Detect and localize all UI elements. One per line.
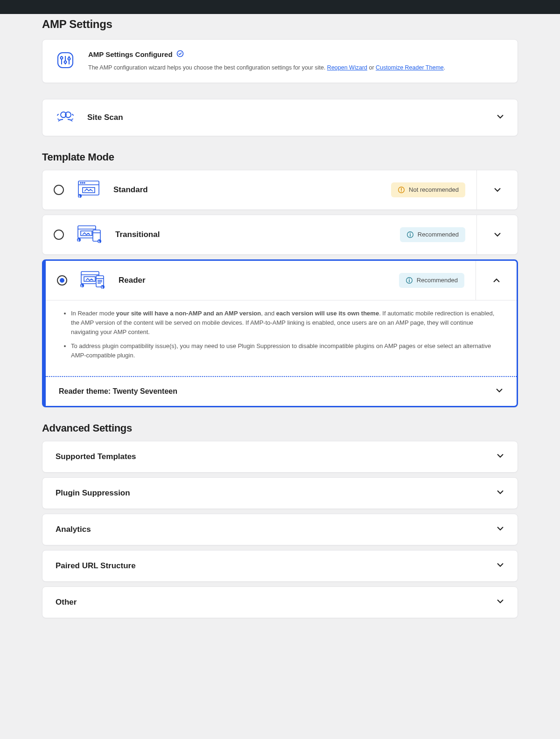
configured-text-c: . bbox=[444, 64, 445, 71]
page-title: AMP Settings bbox=[42, 18, 518, 31]
svg-point-4 bbox=[64, 61, 67, 63]
transitional-badge-label: Recommended bbox=[418, 231, 459, 238]
standard-mode-icon bbox=[77, 180, 100, 200]
not-recommended-badge: Not recommended bbox=[391, 182, 465, 197]
configured-description: The AMP configuration wizard helps you c… bbox=[88, 63, 504, 72]
reader-label: Reader bbox=[119, 276, 146, 285]
site-scan-panel: Site Scan bbox=[42, 99, 518, 136]
chevron-down-icon bbox=[496, 597, 504, 607]
chevron-down-icon[interactable] bbox=[496, 112, 504, 123]
svg-point-29 bbox=[410, 233, 411, 234]
chevron-down-icon bbox=[496, 524, 504, 535]
plugin-suppression-panel[interactable]: Plugin Suppression bbox=[42, 477, 518, 509]
expand-transitional[interactable] bbox=[476, 215, 518, 254]
svg-point-19 bbox=[401, 191, 402, 192]
radio-standard[interactable] bbox=[54, 185, 64, 195]
svg-point-12 bbox=[80, 182, 81, 183]
site-scan-title: Site Scan bbox=[87, 113, 123, 122]
reopen-wizard-link[interactable]: Reopen Wizard bbox=[327, 64, 367, 71]
reader-badge-label: Recommended bbox=[417, 277, 458, 284]
settings-sliders-icon bbox=[56, 50, 75, 72]
reader-theme-row[interactable]: Reader theme: Twenty Seventeen bbox=[46, 376, 517, 406]
analytics-panel[interactable]: Analytics bbox=[42, 514, 518, 545]
reader-description: In Reader mode your site will have a non… bbox=[46, 300, 517, 376]
template-mode-heading: Template Mode bbox=[42, 151, 518, 163]
customize-reader-theme-link[interactable]: Customize Reader Theme bbox=[376, 64, 444, 71]
advanced-settings-heading: Advanced Settings bbox=[42, 422, 518, 434]
svg-point-26 bbox=[98, 239, 101, 243]
svg-point-39 bbox=[101, 285, 105, 289]
reader-bullet-1: In Reader mode your site will have a non… bbox=[71, 309, 501, 337]
template-mode-standard: Standard Not recommended bbox=[42, 170, 518, 210]
amp-configured-panel: AMP Settings Configured The AMP configur… bbox=[42, 39, 518, 83]
recommended-badge-reader: Recommended bbox=[399, 273, 464, 288]
admin-bar bbox=[0, 0, 560, 14]
radio-reader[interactable] bbox=[57, 275, 67, 286]
configured-title: AMP Settings Configured bbox=[88, 50, 173, 58]
check-circle-icon bbox=[176, 50, 184, 59]
chevron-down-icon bbox=[495, 386, 504, 397]
transitional-label: Transitional bbox=[115, 230, 160, 239]
transitional-mode-icon bbox=[77, 224, 102, 245]
svg-point-42 bbox=[409, 279, 410, 279]
standard-badge-label: Not recommended bbox=[409, 186, 459, 193]
svg-rect-15 bbox=[83, 188, 95, 193]
svg-point-13 bbox=[82, 182, 83, 183]
chevron-down-icon bbox=[496, 561, 504, 571]
configured-text-b: or bbox=[367, 64, 376, 71]
svg-point-6 bbox=[68, 57, 70, 60]
svg-point-38 bbox=[80, 284, 84, 287]
reader-bullet-2: To address plugin compatibility issue(s)… bbox=[71, 342, 501, 360]
svg-point-2 bbox=[61, 56, 63, 59]
site-scan-icon bbox=[56, 110, 75, 125]
standard-label: Standard bbox=[113, 185, 148, 195]
paired-url-panel[interactable]: Paired URL Structure bbox=[42, 550, 518, 582]
reader-mode-icon bbox=[80, 270, 105, 291]
svg-point-25 bbox=[77, 238, 81, 242]
recommended-badge-transitional: Recommended bbox=[400, 227, 465, 242]
svg-point-14 bbox=[84, 182, 85, 183]
collapse-reader[interactable] bbox=[476, 261, 517, 300]
template-mode-transitional: Transitional Recommended bbox=[42, 215, 518, 255]
configured-text-a: The AMP configuration wizard helps you c… bbox=[88, 64, 327, 71]
reader-theme-title: Reader theme: Twenty Seventeen bbox=[59, 387, 177, 396]
radio-transitional[interactable] bbox=[54, 230, 64, 240]
analytics-title: Analytics bbox=[56, 525, 91, 534]
chevron-down-icon bbox=[496, 488, 504, 498]
expand-standard[interactable] bbox=[476, 170, 518, 209]
chevron-down-icon bbox=[496, 452, 504, 462]
supported-templates-title: Supported Templates bbox=[56, 452, 136, 461]
other-panel[interactable]: Other bbox=[42, 586, 518, 618]
plugin-suppression-title: Plugin Suppression bbox=[56, 488, 130, 498]
paired-url-title: Paired URL Structure bbox=[56, 561, 136, 571]
template-mode-reader: Reader Recommended In Reader mode your s… bbox=[42, 259, 518, 408]
supported-templates-panel[interactable]: Supported Templates bbox=[42, 441, 518, 473]
other-title: Other bbox=[56, 598, 77, 607]
